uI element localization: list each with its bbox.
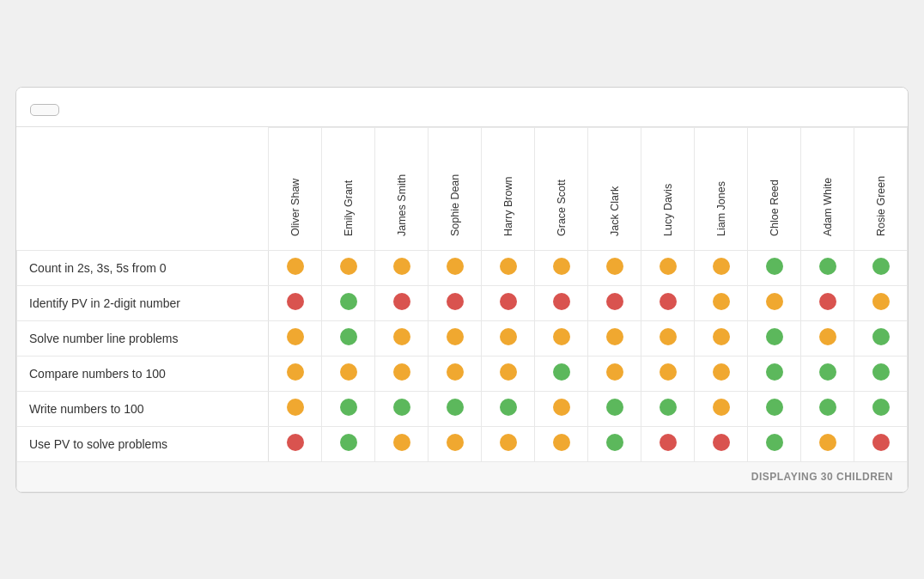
table-wrapper: Oliver ShawEmily GrantJames SmithSophie … xyxy=(16,127,908,492)
dot-cell xyxy=(588,391,641,426)
green-dot xyxy=(819,399,836,416)
dot-cell xyxy=(269,285,322,320)
green-dot xyxy=(393,399,410,416)
dot-cell xyxy=(588,250,641,285)
red-dot xyxy=(500,293,517,310)
dot-cell xyxy=(695,426,748,461)
dot-cell xyxy=(695,356,748,391)
dot-cell xyxy=(801,285,854,320)
column-header: Jack Clark xyxy=(588,127,641,250)
green-dot xyxy=(340,293,357,310)
dot-cell xyxy=(641,320,695,356)
dot-cell xyxy=(695,285,748,320)
green-dot xyxy=(872,399,890,416)
red-dot xyxy=(606,293,623,310)
red-dot xyxy=(287,293,304,310)
student-name: Liam Jones xyxy=(712,131,731,243)
orange-dot xyxy=(553,399,570,416)
dot-cell xyxy=(748,426,801,461)
green-dot xyxy=(819,258,836,275)
orange-dot xyxy=(713,328,730,345)
orange-dot xyxy=(553,434,570,451)
card-header xyxy=(16,88,908,127)
dot-cell xyxy=(269,320,322,356)
dot-cell xyxy=(375,426,429,461)
dot-cell xyxy=(482,391,535,426)
orange-dot xyxy=(500,328,517,345)
dot-cell xyxy=(535,320,588,356)
orange-dot xyxy=(766,293,783,310)
green-dot xyxy=(872,328,890,345)
orange-dot xyxy=(287,328,304,345)
red-dot xyxy=(393,293,410,310)
dot-cell xyxy=(588,320,641,356)
orange-dot xyxy=(713,399,730,416)
column-header: Sophie Dean xyxy=(429,127,482,250)
empty-corner xyxy=(17,127,269,250)
orange-dot xyxy=(553,258,570,275)
table-row: Compare numbers to 100 xyxy=(17,356,908,391)
orange-dot xyxy=(713,363,730,381)
dot-cell xyxy=(482,285,535,320)
footer-text: DISPLAYING 30 CHILDREN xyxy=(17,461,908,491)
column-header-row: Oliver ShawEmily GrantJames SmithSophie … xyxy=(17,127,908,250)
green-dot xyxy=(660,399,677,416)
dot-cell xyxy=(482,320,535,356)
dot-cell xyxy=(854,285,908,320)
subject-dropdown[interactable] xyxy=(30,104,59,116)
dot-cell xyxy=(322,356,375,391)
column-header: Harry Brown xyxy=(482,127,535,250)
red-dot xyxy=(660,434,677,451)
green-dot xyxy=(766,258,783,275)
orange-dot xyxy=(872,293,890,310)
dot-cell xyxy=(375,285,429,320)
column-header: Liam Jones xyxy=(695,127,748,250)
dot-cell xyxy=(429,320,482,356)
dot-cell xyxy=(695,250,748,285)
orange-dot xyxy=(660,363,677,381)
dot-cell xyxy=(429,426,482,461)
student-name: Sophie Dean xyxy=(446,131,465,243)
student-name: Emily Grant xyxy=(339,131,358,243)
green-dot xyxy=(340,328,357,345)
green-dot xyxy=(553,363,570,381)
dot-cell xyxy=(748,320,801,356)
dot-cell xyxy=(588,356,641,391)
dot-cell xyxy=(801,426,854,461)
column-header: Lucy Davis xyxy=(641,127,695,250)
dot-cell xyxy=(801,391,854,426)
green-dot xyxy=(766,434,783,451)
dot-cell xyxy=(429,250,482,285)
green-dot xyxy=(606,399,623,416)
dot-cell xyxy=(854,250,908,285)
dot-cell xyxy=(269,426,322,461)
dot-cell xyxy=(854,426,908,461)
dot-cell xyxy=(322,250,375,285)
green-dot xyxy=(606,434,623,451)
dot-cell xyxy=(322,426,375,461)
orange-dot xyxy=(819,328,836,345)
dot-cell xyxy=(482,426,535,461)
column-header: Oliver Shaw xyxy=(269,127,322,250)
dot-cell xyxy=(269,250,322,285)
dot-cell xyxy=(429,391,482,426)
orange-dot xyxy=(287,258,304,275)
dot-cell xyxy=(375,356,429,391)
orange-dot xyxy=(606,258,623,275)
green-dot xyxy=(872,363,890,381)
dot-cell xyxy=(588,426,641,461)
orange-dot xyxy=(340,258,357,275)
dot-cell xyxy=(854,356,908,391)
student-name: Jack Clark xyxy=(605,131,624,243)
column-header: Emily Grant xyxy=(322,127,375,250)
row-label: Compare numbers to 100 xyxy=(17,356,269,391)
orange-dot xyxy=(447,363,464,381)
column-header: Adam White xyxy=(801,127,854,250)
dot-cell xyxy=(748,285,801,320)
orange-dot xyxy=(393,363,410,381)
orange-dot xyxy=(713,293,730,310)
red-dot xyxy=(819,293,836,310)
orange-dot xyxy=(447,434,464,451)
red-dot xyxy=(713,434,730,451)
orange-dot xyxy=(660,258,677,275)
